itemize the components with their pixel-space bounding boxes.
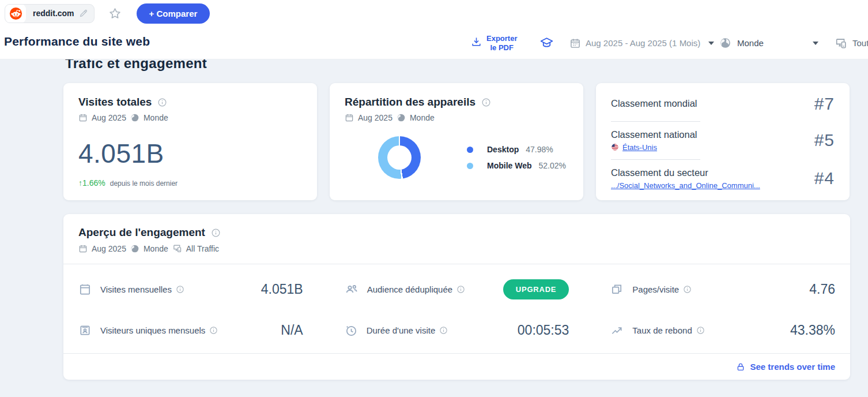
traffic-filter-selector[interactable]: Tout bbox=[835, 27, 868, 59]
device-distribution-title: Répartition des appareils bbox=[345, 96, 475, 108]
pages-icon bbox=[610, 283, 624, 296]
chevron-down-icon bbox=[708, 42, 714, 45]
compare-button-label: + Comparer bbox=[149, 9, 198, 18]
country-rank-label: Classement national bbox=[611, 129, 697, 140]
edit-icon[interactable] bbox=[79, 9, 94, 18]
globe-icon bbox=[719, 37, 731, 49]
info-icon[interactable] bbox=[481, 98, 491, 107]
change-percent: ↑1.66% bbox=[78, 178, 105, 188]
info-icon[interactable] bbox=[209, 326, 218, 335]
metric-value: 00:05:53 bbox=[518, 323, 569, 338]
metric-label: Visites mensuelles bbox=[100, 284, 172, 294]
calendar-icon bbox=[78, 244, 88, 253]
category-rank-value: #4 bbox=[814, 168, 835, 188]
metric-value: 43.38% bbox=[790, 323, 835, 338]
engagement-card: Aperçu de l'engagement Aug 2025 Monde Al… bbox=[63, 214, 850, 380]
people-icon bbox=[345, 283, 358, 297]
desktop-value: 47.98% bbox=[526, 145, 553, 154]
engagement-region: Monde bbox=[144, 244, 168, 253]
info-icon[interactable] bbox=[456, 285, 465, 294]
devices-icon bbox=[172, 244, 182, 253]
mobile-dot bbox=[467, 163, 473, 169]
calendar-icon bbox=[78, 283, 92, 296]
total-visits-title: Visites totales bbox=[78, 96, 152, 108]
legend-item-mobile: Mobile Web 52.02% bbox=[467, 161, 566, 170]
engagement-traffic: All Traffic bbox=[186, 244, 219, 253]
rankings-card: Classement mondial #7 Classement nationa… bbox=[596, 83, 850, 200]
compare-button[interactable]: + Comparer bbox=[137, 3, 210, 24]
info-icon[interactable] bbox=[683, 285, 692, 294]
global-rank-label: Classement mondial bbox=[611, 98, 697, 109]
desktop-dot bbox=[467, 147, 473, 153]
device-distribution-region: Monde bbox=[410, 113, 435, 122]
global-rank-value: #7 bbox=[814, 94, 835, 114]
metric-deduplicated-audience: Audience dédupliquée UPGRADE bbox=[345, 279, 569, 299]
metric-label: Pages/visite bbox=[632, 284, 679, 294]
globe-icon bbox=[397, 113, 406, 122]
mobile-label: Mobile Web bbox=[487, 161, 532, 170]
legend-item-desktop: Desktop 47.98% bbox=[467, 145, 566, 154]
page-title: Performance du site web bbox=[4, 35, 150, 48]
region-selector[interactable]: Monde bbox=[719, 27, 818, 59]
metric-visit-duration: Durée d'une visite 00:05:53 bbox=[345, 323, 569, 338]
info-icon[interactable] bbox=[439, 326, 448, 335]
device-distribution-card: Répartition des appareils Aug 2025 Monde… bbox=[330, 83, 583, 200]
metric-label: Taux de rebond bbox=[632, 325, 692, 335]
info-icon[interactable] bbox=[176, 285, 184, 294]
devices-icon bbox=[835, 37, 847, 50]
region-value: Monde bbox=[737, 38, 803, 48]
metric-label: Durée d'une visite bbox=[367, 325, 436, 335]
lock-icon bbox=[736, 362, 745, 372]
metric-pages-per-visit: Pages/visite 4.76 bbox=[610, 279, 835, 299]
engagement-title: Aperçu de l'engagement bbox=[78, 226, 205, 239]
see-trends-link[interactable]: See trends over time bbox=[750, 362, 835, 372]
date-range-selector[interactable]: Aug 2025 - Aug 2025 (1 Mois) bbox=[569, 27, 714, 59]
total-visits-card: Visites totales Aug 2025 Monde 4.051B ↑1… bbox=[63, 83, 317, 200]
academy-button[interactable] bbox=[539, 27, 554, 59]
chevron-down-icon bbox=[813, 42, 818, 45]
export-pdf-label: Exporterle PDF bbox=[486, 34, 517, 52]
country-rank-link[interactable]: États-Unis bbox=[622, 143, 657, 152]
country-rank-value: #5 bbox=[814, 130, 835, 150]
reddit-favicon bbox=[5, 4, 26, 23]
calendar-icon bbox=[569, 38, 581, 49]
metric-value: 4.051B bbox=[261, 282, 303, 297]
calendar-icon bbox=[78, 113, 88, 122]
divider bbox=[611, 159, 700, 160]
download-icon bbox=[471, 36, 482, 50]
info-icon[interactable] bbox=[211, 228, 221, 238]
metric-label: Visiteurs uniques mensuels bbox=[100, 325, 205, 335]
device-distribution-date: Aug 2025 bbox=[358, 113, 393, 122]
category-rank-link[interactable]: .../Social_Networks_and_Online_Communi..… bbox=[611, 181, 760, 190]
globe-icon bbox=[130, 113, 139, 122]
bounce-arrow-icon bbox=[610, 324, 624, 337]
metric-value: 4.76 bbox=[809, 282, 835, 297]
info-icon[interactable] bbox=[696, 326, 705, 335]
metric-monthly-visits: Visites mensuelles 4.051B bbox=[78, 279, 303, 299]
engagement-date: Aug 2025 bbox=[92, 244, 126, 253]
graduation-cap-icon bbox=[539, 36, 554, 50]
site-chip[interactable]: reddit.com bbox=[5, 4, 95, 23]
info-icon[interactable] bbox=[157, 98, 167, 107]
total-visits-date: Aug 2025 bbox=[92, 113, 126, 122]
site-domain: reddit.com bbox=[26, 9, 79, 18]
change-note: depuis le mois dernier bbox=[110, 179, 178, 188]
page-header: Performance du site web Exporterle PDF A… bbox=[0, 27, 868, 59]
desktop-label: Desktop bbox=[487, 145, 519, 154]
date-range-value: Aug 2025 - Aug 2025 (1 Mois) bbox=[586, 38, 700, 48]
globe-icon bbox=[130, 244, 139, 253]
category-rank-label: Classement du secteur bbox=[611, 167, 708, 178]
upgrade-button[interactable]: UPGRADE bbox=[503, 279, 569, 299]
country-rank-row: Classement national États-Unis #5 bbox=[611, 123, 835, 158]
kpi-cards-row: Visites totales Aug 2025 Monde 4.051B ↑1… bbox=[63, 83, 850, 200]
metric-label: Audience dédupliquée bbox=[367, 284, 452, 294]
topbar: reddit.com + Comparer bbox=[0, 0, 868, 27]
device-donut-chart[interactable] bbox=[378, 136, 421, 179]
metric-bounce-rate: Taux de rebond 43.38% bbox=[610, 323, 835, 338]
device-legend: Desktop 47.98% Mobile Web 52.02% bbox=[467, 145, 566, 170]
export-pdf-button[interactable]: Exporterle PDF bbox=[471, 27, 517, 59]
divider bbox=[611, 121, 700, 122]
global-rank-row: Classement mondial #7 bbox=[611, 88, 835, 120]
metric-unique-visitors: Visiteurs uniques mensuels N/A bbox=[78, 323, 303, 338]
favorite-star-icon[interactable] bbox=[108, 7, 122, 20]
